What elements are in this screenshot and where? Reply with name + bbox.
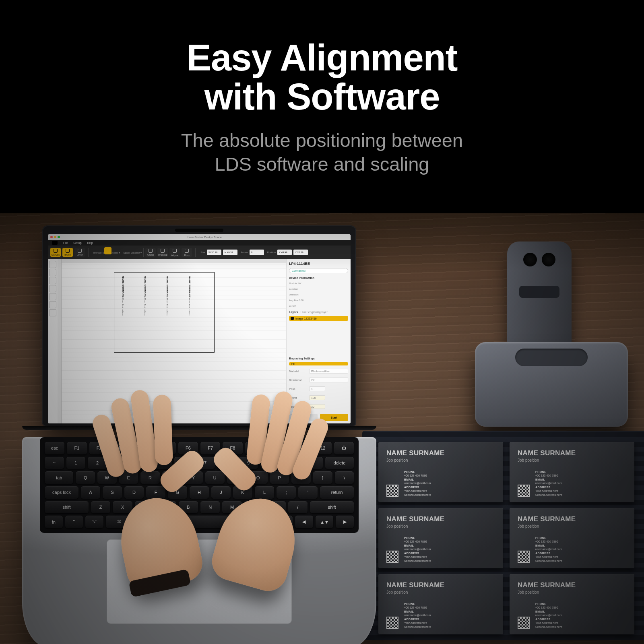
resolution-select[interactable]: 2K xyxy=(309,378,348,382)
canvas-card-object[interactable]: NAME SURNAMEPhone · Email · Address xyxy=(188,276,204,316)
pen-tool-icon[interactable] xyxy=(49,285,56,292)
tool-flip[interactable]: Flip ▾ xyxy=(182,248,192,257)
text-tool-icon[interactable] xyxy=(49,269,56,276)
window-titlebar: LaserPecker Design Space xyxy=(48,234,351,240)
headline-line1: Easy Alignment xyxy=(187,37,458,78)
sub-line1: The absolute positioning between xyxy=(181,130,463,151)
design-software-window: LaserPecker Design Space File Set up Hel… xyxy=(48,234,351,423)
space-dropdown[interactable]: Space Weather ▾ xyxy=(123,251,142,254)
canvas-card-object[interactable]: NAME SURNAMEPhone · Email · Address xyxy=(166,276,182,316)
more-tool-icon[interactable] xyxy=(49,309,56,316)
info-angle: Ang Pos 0.00 xyxy=(289,299,348,301)
engraving-heading: Engraving Settings xyxy=(289,357,348,360)
tool-canvas[interactable]: Canvas xyxy=(50,248,61,257)
pos-y-field[interactable]: Y 20.29 xyxy=(293,250,308,255)
traffic-close-icon[interactable] xyxy=(50,236,53,238)
business-card: NAME SURNAMEJob position PHONE+00 123 45… xyxy=(510,574,634,634)
material-select[interactable]: Photosensitive … xyxy=(309,369,348,374)
qr-code-icon xyxy=(386,485,398,497)
separator xyxy=(195,248,196,257)
card-job: Job position xyxy=(386,458,495,462)
qr-code-icon xyxy=(518,551,530,563)
layer-swatch-icon xyxy=(291,317,294,320)
info-length: Length xyxy=(289,305,348,307)
separator xyxy=(143,248,144,257)
select-tool-icon[interactable] xyxy=(104,247,111,254)
tool-layer[interactable]: Layer xyxy=(74,248,85,257)
canvas-card-object[interactable]: NAME SURNAMEPhone · Email · Address xyxy=(122,276,138,316)
business-card: NAME SURNAMEJob position PHONE+00 123 45… xyxy=(378,574,503,634)
ruler-horizontal xyxy=(58,259,286,263)
size-label: Size xyxy=(200,251,205,254)
traffic-min-icon[interactable] xyxy=(54,236,56,238)
business-card: NAME SURNAMEJob position PHONE+00 123 45… xyxy=(378,442,503,502)
image-tool-icon[interactable] xyxy=(49,261,56,268)
info-module: Module 1W xyxy=(289,282,348,285)
sensor-icon xyxy=(542,253,555,266)
canvas-card-object[interactable]: NAME SURNAMEPhone · Email · Address xyxy=(144,276,160,316)
qr-code-icon xyxy=(386,551,398,563)
pass-row: Pass1 xyxy=(289,386,348,391)
fill-pill[interactable]: Fill xyxy=(289,362,348,365)
headline-line2: with Software xyxy=(204,76,440,117)
camera-notch xyxy=(175,229,223,232)
menu-setup[interactable]: Set up xyxy=(73,242,81,244)
qr-code-icon xyxy=(518,617,530,629)
laser-column xyxy=(507,242,572,354)
pass-input[interactable]: 1 xyxy=(309,386,325,391)
business-card: NAME SURNAMEJob position PHONE+00 123 45… xyxy=(510,442,634,502)
material-row: MaterialPhotosensitive … xyxy=(289,369,348,374)
menu-help[interactable]: Help xyxy=(87,242,93,244)
laptop-screen-bezel: LaserPecker Design Space File Set up Hel… xyxy=(42,225,356,427)
info-location: Location xyxy=(289,288,348,290)
rotate-label: Rotate xyxy=(241,251,248,254)
qr-code-icon xyxy=(386,617,398,629)
menu-file[interactable]: File xyxy=(63,242,68,244)
laser-head xyxy=(475,342,628,427)
device-name: LP4-1114BE xyxy=(289,262,348,266)
home-icon[interactable] xyxy=(52,241,58,245)
traffic-max-icon[interactable] xyxy=(58,236,60,238)
tool-align[interactable]: Align ▾ xyxy=(169,248,180,257)
right-panel: LP4-1114BE Connected Device Information … xyxy=(286,259,351,423)
layers-heading: Layers Laser engraving layer xyxy=(289,311,348,314)
headline: Easy Alignment with Software xyxy=(0,38,644,116)
ruler-vertical xyxy=(58,259,62,423)
width-field[interactable]: W 50.79 xyxy=(207,250,221,255)
power-input[interactable]: 100 xyxy=(309,395,325,400)
card-contact: PHONE+00 123 456 7890EMAILusername@mail.… xyxy=(404,470,431,497)
hero-text: Easy Alignment with Software The absolut… xyxy=(0,38,644,176)
resolution-row: Resolution2K xyxy=(289,378,348,382)
tool-brush[interactable]: Brush xyxy=(62,248,73,257)
toolbar-ribbon: Canvas Brush Layer Bitmap Handle: Outlin… xyxy=(48,246,351,259)
separator xyxy=(88,248,89,257)
business-cards-grid: NAME SURNAMEJob position PHONE+00 123 45… xyxy=(378,442,644,634)
position-label: Position xyxy=(267,251,276,254)
height-field[interactable]: H 49.57 xyxy=(223,250,237,255)
tool-group[interactable]: Group xyxy=(145,248,156,257)
barcode-tool-icon[interactable] xyxy=(49,301,56,308)
info-direction: Direction xyxy=(289,293,348,296)
layer-row[interactable]: Image 12223456 xyxy=(289,316,348,321)
qrcode-tool-icon[interactable] xyxy=(49,293,56,300)
power-row: Power100 xyxy=(289,395,348,400)
rotate-field[interactable]: 0 xyxy=(250,250,264,255)
left-toolbar xyxy=(48,259,58,423)
depth-input[interactable]: 30 xyxy=(309,404,325,409)
qr-code-icon xyxy=(518,485,530,497)
sub-line2: LDS software and scaling xyxy=(215,153,429,175)
design-canvas[interactable]: NAME SURNAMEPhone · Email · Address NAME… xyxy=(58,259,286,423)
device-info-heading: Device Information xyxy=(289,277,348,279)
business-card: NAME SURNAMEJob position PHONE+00 123 45… xyxy=(378,508,503,568)
connection-badge[interactable]: Connected xyxy=(289,268,348,273)
app-title: LaserPecker Design Space xyxy=(61,236,348,239)
app-body: NAME SURNAMEPhone · Email · Address NAME… xyxy=(48,259,351,423)
pos-x-field[interactable]: X 43.99 xyxy=(277,250,292,255)
tool-ungroup[interactable]: Ungroup xyxy=(157,248,168,257)
menu-bar: File Set up Help xyxy=(48,240,351,246)
card-name: NAME SURNAME xyxy=(386,449,495,457)
sensor-icon xyxy=(523,253,537,266)
subheadline: The absolute positioning between LDS sof… xyxy=(0,129,644,176)
shape-tool-icon[interactable] xyxy=(49,277,56,284)
business-card: NAME SURNAMEJob position PHONE+00 123 45… xyxy=(510,508,634,568)
